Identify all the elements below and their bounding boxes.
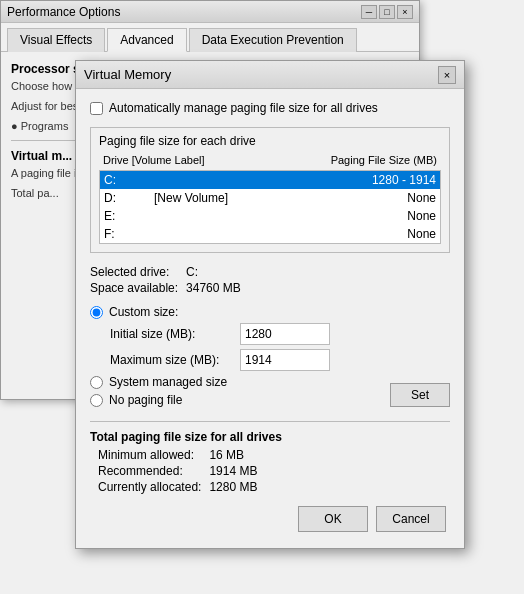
perf-title-controls: ─ □ × bbox=[361, 5, 413, 19]
vm-dialog: Virtual Memory × Automatically manage pa… bbox=[75, 60, 465, 549]
set-button[interactable]: Set bbox=[390, 383, 450, 407]
drive-row-e[interactable]: E: None bbox=[100, 207, 440, 225]
max-size-label: Maximum size (MB): bbox=[110, 353, 240, 367]
ok-cancel-row: OK Cancel bbox=[90, 506, 450, 536]
auto-manage-label: Automatically manage paging file size fo… bbox=[109, 101, 378, 115]
drive-f-letter: F: bbox=[104, 227, 154, 241]
drive-f-size: None bbox=[295, 227, 436, 241]
initial-size-row: Initial size (MB): bbox=[90, 323, 450, 345]
custom-size-radio-row: Custom size: bbox=[90, 305, 450, 319]
drive-d-letter: D: bbox=[104, 191, 154, 205]
set-btn-row: Set bbox=[390, 383, 450, 407]
initial-size-input[interactable] bbox=[240, 323, 330, 345]
min-allowed-value: 16 MB bbox=[209, 448, 450, 462]
space-avail-value: 34760 MB bbox=[186, 281, 450, 295]
tab-visual-effects[interactable]: Visual Effects bbox=[7, 28, 105, 52]
sys-managed-radio-row: System managed size bbox=[90, 375, 227, 389]
no-paging-radio-row: No paging file bbox=[90, 393, 227, 407]
perf-minimize-btn[interactable]: ─ bbox=[361, 5, 377, 19]
auto-manage-row: Automatically manage paging file size fo… bbox=[90, 101, 450, 115]
total-section-title: Total paging file size for all drives bbox=[90, 430, 450, 444]
drive-e-letter: E: bbox=[104, 209, 154, 223]
total-paging-section: Total paging file size for all drives Mi… bbox=[90, 421, 450, 494]
sys-managed-label: System managed size bbox=[109, 375, 227, 389]
drive-group-box: Paging file size for each drive Drive [V… bbox=[90, 127, 450, 253]
vm-body: Automatically manage paging file size fo… bbox=[76, 89, 464, 548]
perf-maximize-btn[interactable]: □ bbox=[379, 5, 395, 19]
tab-bar: Visual Effects Advanced Data Execution P… bbox=[1, 23, 419, 52]
tab-dep[interactable]: Data Execution Prevention bbox=[189, 28, 357, 52]
drive-d-label: [New Volume] bbox=[154, 191, 295, 205]
space-avail-label: Space available: bbox=[90, 281, 178, 295]
cancel-button[interactable]: Cancel bbox=[376, 506, 446, 532]
drive-row-f[interactable]: F: None bbox=[100, 225, 440, 243]
total-grid: Minimum allowed: 16 MB Recommended: 1914… bbox=[90, 448, 450, 494]
vm-title-bar: Virtual Memory × bbox=[76, 61, 464, 89]
table-header: Drive [Volume Label] Paging File Size (M… bbox=[99, 152, 441, 168]
recommended-label: Recommended: bbox=[98, 464, 201, 478]
sys-managed-radio[interactable] bbox=[90, 376, 103, 389]
custom-size-label: Custom size: bbox=[109, 305, 178, 319]
no-paging-label: No paging file bbox=[109, 393, 182, 407]
drive-f-label bbox=[154, 227, 295, 241]
drive-e-size: None bbox=[295, 209, 436, 223]
drive-c-letter: C: bbox=[104, 173, 154, 187]
tab-advanced[interactable]: Advanced bbox=[107, 28, 186, 52]
header-drive: Drive [Volume Label] bbox=[103, 154, 270, 166]
custom-size-section: Custom size: Initial size (MB): Maximum … bbox=[90, 305, 450, 411]
drive-row-c[interactable]: C: 1280 - 1914 bbox=[100, 171, 440, 189]
ok-button[interactable]: OK bbox=[298, 506, 368, 532]
drive-list: C: 1280 - 1914 D: [New Volume] None E: N… bbox=[99, 170, 441, 244]
drive-d-size: None bbox=[295, 191, 436, 205]
auto-manage-checkbox[interactable] bbox=[90, 102, 103, 115]
currently-alloc-label: Currently allocated: bbox=[98, 480, 201, 494]
drive-c-label bbox=[154, 173, 295, 187]
perf-title-bar: Performance Options ─ □ × bbox=[1, 1, 419, 23]
custom-size-radio[interactable] bbox=[90, 306, 103, 319]
drive-c-size: 1280 - 1914 bbox=[295, 173, 436, 187]
no-paging-radio[interactable] bbox=[90, 394, 103, 407]
max-size-input[interactable] bbox=[240, 349, 330, 371]
vm-title-text: Virtual Memory bbox=[84, 67, 171, 82]
vm-close-btn[interactable]: × bbox=[438, 66, 456, 84]
recommended-value: 1914 MB bbox=[209, 464, 450, 478]
max-size-row: Maximum size (MB): bbox=[90, 349, 450, 371]
selected-drive-value: C: bbox=[186, 265, 450, 279]
currently-alloc-value: 1280 MB bbox=[209, 480, 450, 494]
selected-drive-label: Selected drive: bbox=[90, 265, 178, 279]
perf-close-btn[interactable]: × bbox=[397, 5, 413, 19]
drive-e-label bbox=[154, 209, 295, 223]
drive-row-d[interactable]: D: [New Volume] None bbox=[100, 189, 440, 207]
perf-title-text: Performance Options bbox=[7, 5, 120, 19]
initial-size-label: Initial size (MB): bbox=[110, 327, 240, 341]
min-allowed-label: Minimum allowed: bbox=[98, 448, 201, 462]
selected-drive-info: Selected drive: C: Space available: 3476… bbox=[90, 265, 450, 295]
header-paging-size: Paging File Size (MB) bbox=[270, 154, 437, 166]
group-header: Paging file size for each drive bbox=[99, 134, 441, 148]
